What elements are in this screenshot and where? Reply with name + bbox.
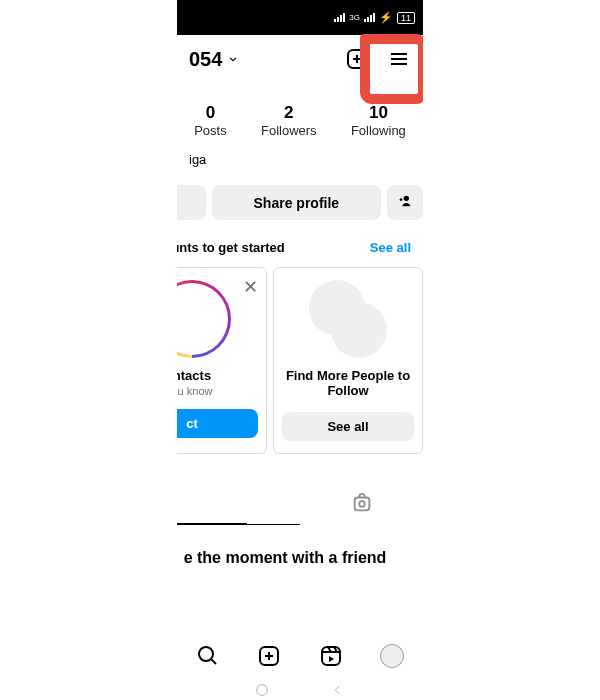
signal-icon	[334, 13, 345, 22]
create-button[interactable]	[345, 47, 369, 71]
stats-row: 0 Posts 2 Followers 10 Following	[177, 83, 423, 146]
suggestion-cards: ✕ ntacts ou know ct Find More People to …	[177, 263, 423, 458]
back-icon	[330, 682, 346, 698]
hamburger-icon	[387, 47, 411, 71]
bottom-nav	[177, 632, 423, 680]
svg-point-1	[404, 196, 409, 201]
reels-icon	[319, 644, 343, 668]
plus-square-icon	[345, 47, 369, 71]
display-name: iga	[177, 146, 423, 173]
profile-tabs	[177, 482, 423, 525]
posts-stat[interactable]: 0 Posts	[194, 103, 227, 138]
svg-point-3	[359, 501, 365, 507]
create-tab[interactable]	[257, 644, 281, 668]
see-all-button[interactable]: See all	[282, 412, 414, 441]
battery-indicator: 11	[397, 12, 415, 24]
avatar-icon	[380, 644, 404, 668]
circle-icon	[254, 682, 270, 698]
connect-button[interactable]: ct	[177, 409, 258, 438]
card-subtitle: ou know	[177, 385, 212, 397]
menu-button[interactable]	[387, 47, 411, 71]
following-value: 10	[351, 103, 406, 123]
posts-value: 0	[194, 103, 227, 123]
followers-stat[interactable]: 2 Followers	[261, 103, 317, 138]
contacts-avatar	[177, 280, 231, 358]
discover-header: ccounts to get started See all	[177, 232, 423, 263]
following-stat[interactable]: 10 Following	[351, 103, 406, 138]
following-label: Following	[351, 123, 406, 138]
username-text: 054	[189, 48, 222, 71]
system-nav	[177, 680, 423, 700]
add-user-icon	[397, 193, 413, 209]
suggestion-card-contacts: ✕ ntacts ou know ct	[177, 267, 267, 454]
card-title: ntacts	[177, 368, 211, 383]
network-type: 3G	[349, 13, 360, 22]
profile-tab[interactable]	[380, 644, 404, 668]
search-icon	[196, 644, 220, 668]
share-profile-button[interactable]: Share profile	[212, 185, 381, 220]
chevron-down-icon	[226, 52, 240, 66]
charging-icon: ⚡	[379, 11, 393, 24]
username-dropdown[interactable]: 054	[189, 48, 240, 71]
discover-title: ccounts to get started	[177, 240, 285, 255]
action-buttons: ile Share profile	[177, 173, 423, 232]
search-tab[interactable]	[196, 644, 220, 668]
card-title: Find More People to Follow	[282, 368, 414, 398]
tagged-icon	[351, 492, 373, 514]
people-avatar	[309, 280, 387, 358]
svg-rect-2	[354, 498, 369, 511]
edit-profile-button[interactable]: ile	[177, 185, 206, 220]
see-all-link[interactable]: See all	[370, 240, 411, 255]
reels-tab[interactable]	[319, 644, 343, 668]
tagged-tab[interactable]	[300, 482, 423, 525]
close-icon[interactable]: ✕	[243, 276, 258, 298]
suggestion-card-find-more: Find More People to Follow See all	[273, 267, 423, 454]
capture-prompt: e the moment with a friend	[177, 525, 423, 575]
svg-point-4	[199, 647, 213, 661]
profile-header: 054	[177, 35, 423, 83]
status-bar: 3G ⚡ 11	[177, 0, 423, 35]
followers-label: Followers	[261, 123, 317, 138]
posts-label: Posts	[194, 123, 227, 138]
followers-value: 2	[261, 103, 317, 123]
discover-people-button[interactable]	[387, 185, 423, 220]
signal-icon	[364, 13, 375, 22]
grid-tab[interactable]	[177, 482, 300, 525]
svg-rect-6	[322, 647, 340, 665]
svg-point-7	[257, 685, 268, 696]
plus-square-icon	[257, 644, 281, 668]
